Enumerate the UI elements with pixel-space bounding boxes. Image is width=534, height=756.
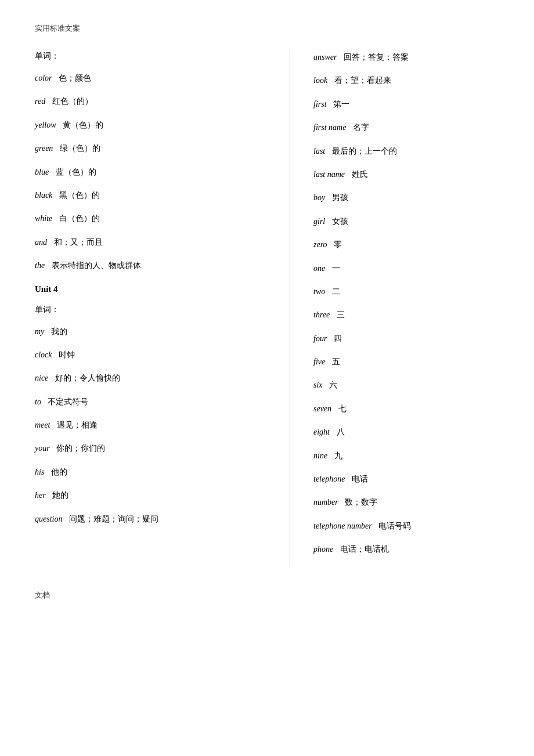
right-column: answer 回答；答复；答案 look 看；望；看起来 first 第一 fi… [290,51,499,567]
word-to: to [35,397,41,406]
meaning-answer: 回答；答复；答案 [344,53,409,62]
meaning-blue: 蓝（色）的 [56,168,96,176]
meaning-to: 不定式符号 [48,397,88,406]
word-clock: clock [35,350,52,359]
list-item: four 四 [313,332,499,345]
word-and: and [35,238,47,247]
word-lastname: last name [313,170,345,179]
meaning-phone: 电话；电话机 [340,545,389,554]
list-item: last 最后的；上一个的 [313,145,499,158]
meaning-the: 表示特指的人、物或群体 [52,261,141,270]
list-item: nice 好的；令人愉快的 [35,372,272,385]
meaning-seven: 七 [338,404,347,413]
section1-label: 单词： [35,51,272,62]
meaning-number: 数；数字 [345,498,377,507]
word-nice: nice [35,374,48,382]
list-item: white 白（色）的 [35,212,272,225]
word-two: two [313,287,325,296]
list-item: one 一 [313,262,499,275]
meaning-two: 二 [332,287,340,296]
word-green: green [35,144,53,153]
left-column: 单词： color 色；颜色 red 红色（的） yellow 黄（色）的 gr… [35,51,290,567]
word-nine: nine [313,451,327,460]
list-item: meet 遇见；相逢 [35,419,272,432]
meaning-six: 六 [329,381,337,389]
list-item: clock 时钟 [35,349,272,361]
list-item: first name 名字 [313,121,499,134]
meaning-nine: 九 [334,451,342,460]
word-eight: eight [313,428,330,436]
list-item: eight 八 [313,426,499,439]
word-blue: blue [35,168,49,176]
meaning-lastname: 姓氏 [352,170,368,179]
word-seven: seven [313,404,331,413]
list-item: zero 零 [313,238,499,251]
meaning-telephone: 电话 [352,475,368,483]
list-item: nine 九 [313,450,499,462]
meaning-one: 一 [332,264,340,273]
meaning-meet: 遇见；相逢 [57,421,98,429]
list-item: number 数；数字 [313,496,499,509]
list-item: phone 电话；电话机 [313,543,499,556]
list-item: her 她的 [35,489,272,502]
meaning-last: 最后的；上一个的 [332,147,397,155]
list-item: color 色；颜色 [35,72,272,85]
list-item: my 我的 [35,325,272,338]
word-three: three [313,310,330,319]
list-item: black 黑（色）的 [35,189,272,202]
word-your: your [35,444,50,453]
list-item: and 和；又；而且 [35,236,272,249]
meaning-red: 红色（的） [52,97,93,106]
list-item: blue 蓝（色）的 [35,166,272,179]
meaning-telephone-number: 电话号码 [378,522,411,530]
word-four: four [313,334,327,343]
meaning-yellow: 黄（色）的 [63,121,103,129]
section2-label: 单词： [35,305,272,315]
meaning-zero: 零 [334,240,342,249]
list-item: look 看；望；看起来 [313,74,499,87]
word-telephone: telephone [313,475,345,483]
word-girl: girl [313,217,325,226]
list-item: seven 七 [313,403,499,415]
word-his: his [35,468,44,476]
word-meet: meet [35,421,50,429]
meaning-and: 和；又；而且 [54,238,103,247]
word-yellow: yellow [35,121,56,129]
word-the: the [35,261,45,270]
meaning-clock: 时钟 [59,350,75,359]
meaning-five: 五 [332,357,340,366]
word-six: six [313,381,323,389]
list-item: five 五 [313,356,499,368]
list-item: three 三 [313,309,499,321]
list-item: telephone number 电话号码 [313,520,499,533]
meaning-four: 四 [334,334,342,343]
meaning-nice: 好的；令人愉快的 [55,374,120,382]
meaning-her: 她的 [52,491,68,500]
word-phone: phone [313,545,333,554]
meaning-look: 看；望；看起来 [334,76,391,85]
list-item: last name 姓氏 [313,168,499,181]
meaning-girl: 女孩 [332,217,348,226]
header-title: 实用标准文案 [35,24,80,32]
list-item: green 绿（色）的 [35,142,272,155]
word-first: first [313,100,327,108]
meaning-first: 第一 [333,100,349,108]
page-header: 实用标准文案 [35,23,499,34]
word-red: red [35,97,45,106]
meaning-question: 问题；难题；询问；疑问 [69,515,158,523]
list-item: to 不定式符号 [35,396,272,408]
list-item: question 问题；难题；询问；疑问 [35,513,272,526]
word-telephone-number: telephone number [313,522,372,530]
list-item: the 表示特指的人、物或群体 [35,259,272,272]
meaning-green: 绿（色）的 [60,144,100,153]
list-item: your 你的；你们的 [35,442,272,455]
meaning-eight: 八 [337,428,345,436]
word-number: number [313,498,338,507]
word-five: five [313,357,325,366]
word-look: look [313,76,327,85]
meaning-black: 黑（色）的 [59,191,100,200]
word-zero: zero [313,240,327,249]
word-color: color [35,74,52,82]
word-white: white [35,214,52,223]
meaning-firstname: 名字 [353,123,369,132]
